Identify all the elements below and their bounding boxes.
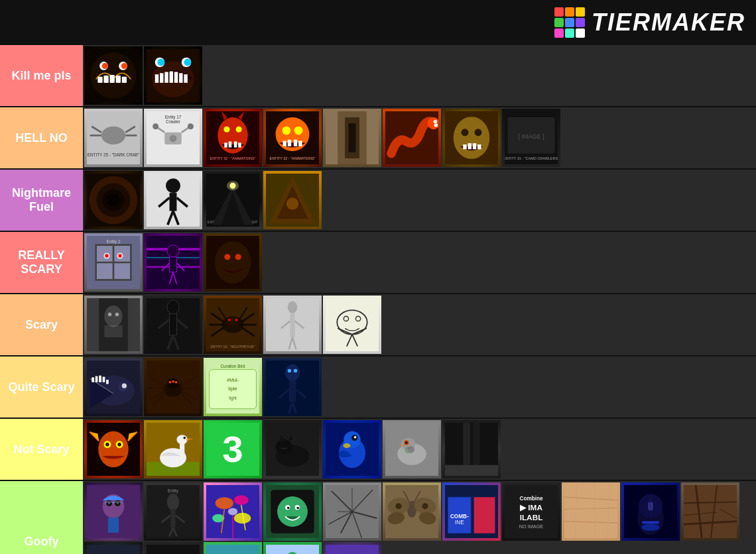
image-content: Curation Bird #Mul- tiple light [204, 358, 262, 416]
tier-image[interactable] [144, 171, 202, 229]
tier-image[interactable]: ENTITY 25 - "DARK CRAB" [84, 109, 143, 167]
svg-point-98 [227, 181, 239, 191]
tier-image[interactable] [144, 542, 202, 554]
image-content [383, 420, 441, 478]
image-content [323, 420, 381, 478]
image-content [323, 109, 381, 167]
image-content [263, 420, 322, 478]
tier-image[interactable] [323, 296, 381, 354]
tier-image[interactable] [681, 482, 739, 541]
tier-image[interactable]: Entity 17 Crawler [144, 109, 202, 167]
tier-image[interactable]: COMB- INE [442, 482, 501, 541]
logo-cell [554, 18, 564, 27]
tier-image[interactable] [144, 420, 202, 478]
tier-image[interactable] [84, 542, 143, 554]
tier-image[interactable] [263, 420, 322, 478]
tier-image[interactable]: ENTITY 32 - "ANIMATIONS" [263, 109, 322, 167]
svg-text:ENTITY 16 - "NGUITHR'XUR": ENTITY 16 - "NGUITHR'XUR" [211, 345, 255, 349]
image-content [144, 46, 202, 105]
svg-text:#Mul-: #Mul- [227, 377, 239, 383]
svg-rect-56 [283, 141, 286, 146]
tier-image[interactable] [383, 482, 441, 541]
tier-image[interactable] [84, 420, 143, 478]
tier-image[interactable] [204, 233, 262, 292]
svg-point-133 [108, 313, 111, 316]
tier-image[interactable] [442, 420, 501, 478]
svg-point-203 [288, 369, 291, 372]
tier-image[interactable] [323, 420, 381, 478]
svg-rect-57 [288, 140, 291, 146]
svg-point-193 [175, 381, 178, 384]
svg-rect-45 [224, 142, 227, 147]
tier-image[interactable]: Entity 2 [84, 233, 143, 292]
svg-rect-19 [184, 74, 187, 83]
svg-point-299 [422, 503, 428, 509]
tier-image[interactable]: Curation Bird #Mul- tiple light [204, 358, 262, 416]
image-content [323, 542, 381, 554]
svg-point-145 [227, 316, 239, 326]
tier-label-goofy: Goofy [0, 481, 83, 554]
image-content [84, 482, 143, 541]
tier-image[interactable] [383, 109, 441, 167]
tier-image[interactable] [383, 420, 441, 478]
tier-image[interactable]: ENTITY 13 - "TRANSPORTER" [204, 171, 262, 229]
tier-content-hell-no: ENTITY 25 - "DARK CRAB" Entity 17 [83, 107, 756, 168]
svg-rect-73 [463, 144, 466, 149]
svg-point-67 [434, 120, 437, 123]
tier-image[interactable] [144, 233, 202, 292]
tier-image[interactable]: Entity [144, 482, 202, 541]
svg-text:light: light [229, 396, 237, 401]
image-content [84, 171, 143, 229]
image-content [144, 542, 202, 554]
tier-image[interactable] [562, 482, 620, 541]
tier-image[interactable] [323, 542, 381, 554]
tier-image[interactable] [84, 171, 143, 229]
svg-rect-75 [473, 143, 476, 149]
tier-content-quite-scary: Curation Bird #Mul- tiple light [83, 357, 756, 417]
svg-text:Combine: Combine [520, 496, 543, 502]
tiermaker-logo-text: TierMaker [592, 9, 745, 36]
svg-text:INE: INE [455, 520, 464, 526]
tier-image[interactable]: ENTITY 32 - "ANIMATIONS" [204, 109, 262, 167]
tier-content-not-scary: 3 [83, 419, 756, 480]
tier-image[interactable] [204, 482, 262, 541]
svg-point-22 [157, 59, 164, 66]
svg-point-223 [176, 435, 187, 445]
svg-rect-173 [92, 377, 94, 382]
tier-image[interactable]: 3 [204, 420, 262, 478]
tier-image[interactable]: Combine ▶ IMA ILABL NO IMAGE [502, 482, 560, 541]
tier-image[interactable] [144, 296, 202, 354]
tier-image[interactable] [84, 46, 143, 105]
svg-point-113 [118, 254, 121, 257]
tier-image[interactable]: ENTITY 31 - "CAMO CRAWLERS" [ IMAGE ] [502, 109, 560, 167]
svg-point-192 [172, 380, 174, 383]
image-content [144, 296, 202, 354]
svg-point-281 [287, 507, 290, 510]
logo-cell [554, 28, 564, 38]
tier-image[interactable] [263, 296, 322, 354]
svg-point-26 [101, 127, 125, 144]
image-content [562, 482, 620, 541]
svg-point-55 [294, 127, 303, 135]
image-content: ENTITY 32 - "ANIMATIONS" [263, 109, 322, 167]
logo-cell [576, 7, 585, 17]
tier-image[interactable] [263, 358, 322, 416]
svg-point-182 [167, 378, 179, 388]
tier-image[interactable] [144, 46, 202, 105]
tier-image[interactable] [323, 109, 381, 167]
tier-image[interactable] [84, 296, 143, 354]
svg-point-191 [169, 381, 172, 384]
tier-image[interactable] [204, 542, 262, 554]
tier-image[interactable] [442, 109, 501, 167]
tier-image[interactable] [84, 358, 143, 416]
tier-image[interactable] [144, 358, 202, 416]
tier-image[interactable] [621, 482, 680, 541]
tier-image[interactable] [263, 542, 322, 554]
tier-image[interactable]: ENTITY 11 - "BURSTERS" [263, 171, 322, 229]
tier-image[interactable] [263, 482, 322, 541]
tier-image[interactable] [323, 482, 381, 541]
tier-image[interactable]: ENTITY 16 - "NGUITHR'XUR" [204, 296, 262, 354]
tier-image[interactable] [84, 482, 143, 541]
svg-point-85 [107, 194, 119, 206]
svg-rect-261 [170, 509, 175, 527]
